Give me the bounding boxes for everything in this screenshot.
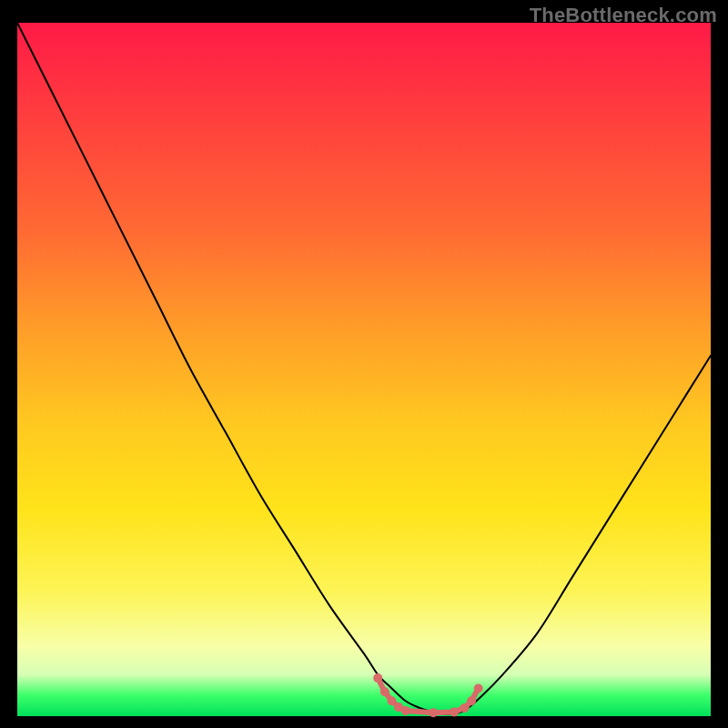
optimal-zone-dot <box>460 703 470 713</box>
chart-svg <box>17 23 711 716</box>
optimal-zone-dot <box>429 708 438 717</box>
stage: TheBottleneck.com <box>0 0 728 728</box>
bottleneck-curve <box>17 23 711 714</box>
optimal-zone-dot <box>474 684 483 693</box>
optimal-zone-dot <box>388 696 397 705</box>
optimal-zone-dot <box>401 706 410 715</box>
plot-area <box>17 23 711 716</box>
optimal-zone-dot <box>467 696 476 705</box>
optimal-zone-dot <box>373 673 382 682</box>
optimal-zone-dot <box>380 687 389 696</box>
optimal-zone-dot <box>450 707 459 716</box>
